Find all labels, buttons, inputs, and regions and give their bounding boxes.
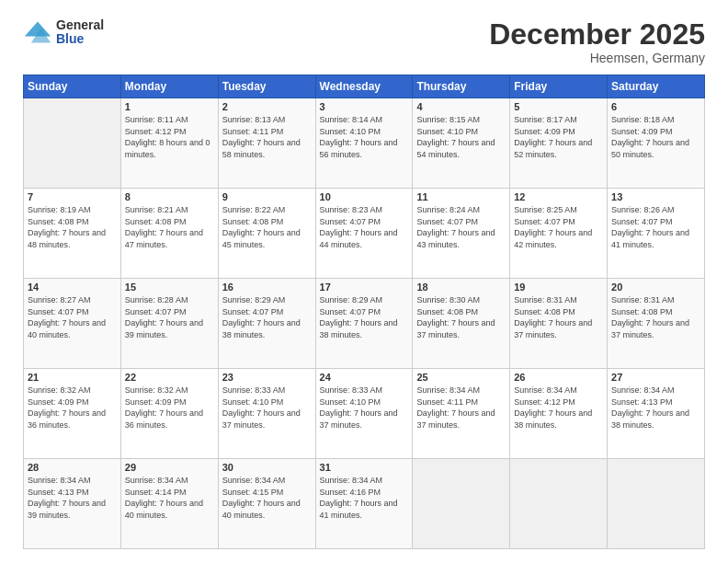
day-number: 23 bbox=[222, 372, 312, 383]
day-header-wednesday: Wednesday bbox=[315, 75, 413, 98]
day-number: 29 bbox=[125, 462, 214, 473]
calendar-cell: 31Sunrise: 8:34 AMSunset: 4:16 PMDayligh… bbox=[315, 459, 413, 549]
logo-general-text: General bbox=[56, 18, 104, 32]
cell-info: Sunrise: 8:27 AMSunset: 4:07 PMDaylight:… bbox=[28, 294, 117, 340]
calendar-cell bbox=[413, 459, 510, 549]
cell-info: Sunrise: 8:26 AMSunset: 4:07 PMDaylight:… bbox=[611, 204, 700, 250]
calendar-cell: 15Sunrise: 8:28 AMSunset: 4:07 PMDayligh… bbox=[120, 279, 218, 369]
calendar-cell: 10Sunrise: 8:23 AMSunset: 4:07 PMDayligh… bbox=[315, 189, 413, 279]
title-area: December 2025 Heemsen, Germany bbox=[489, 18, 705, 65]
day-number: 22 bbox=[125, 372, 214, 383]
cell-info: Sunrise: 8:34 AMSunset: 4:13 PMDaylight:… bbox=[28, 475, 117, 521]
cell-info: Sunrise: 8:34 AMSunset: 4:16 PMDaylight:… bbox=[320, 475, 409, 521]
page: General Blue December 2025 Heemsen, Germ… bbox=[0, 0, 728, 563]
day-number: 24 bbox=[320, 372, 409, 383]
logo-text: General Blue bbox=[56, 18, 104, 47]
cell-info: Sunrise: 8:30 AMSunset: 4:08 PMDaylight:… bbox=[416, 294, 506, 340]
calendar-cell: 7Sunrise: 8:19 AMSunset: 4:08 PMDaylight… bbox=[24, 189, 121, 279]
day-number: 5 bbox=[514, 101, 603, 112]
calendar-table: SundayMondayTuesdayWednesdayThursdayFrid… bbox=[23, 75, 705, 549]
cell-info: Sunrise: 8:29 AMSunset: 4:07 PMDaylight:… bbox=[222, 294, 312, 340]
day-number: 11 bbox=[416, 191, 506, 202]
week-row-3: 21Sunrise: 8:32 AMSunset: 4:09 PMDayligh… bbox=[24, 369, 705, 459]
calendar-cell: 25Sunrise: 8:34 AMSunset: 4:11 PMDayligh… bbox=[413, 369, 510, 459]
cell-info: Sunrise: 8:31 AMSunset: 4:08 PMDaylight:… bbox=[514, 294, 603, 340]
calendar-cell: 24Sunrise: 8:33 AMSunset: 4:10 PMDayligh… bbox=[315, 369, 413, 459]
cell-info: Sunrise: 8:32 AMSunset: 4:09 PMDaylight:… bbox=[125, 385, 214, 431]
logo-icon bbox=[23, 19, 52, 45]
calendar-cell: 27Sunrise: 8:34 AMSunset: 4:13 PMDayligh… bbox=[608, 369, 705, 459]
calendar-cell: 28Sunrise: 8:34 AMSunset: 4:13 PMDayligh… bbox=[24, 459, 121, 549]
logo: General Blue bbox=[23, 18, 104, 47]
cell-info: Sunrise: 8:31 AMSunset: 4:08 PMDaylight:… bbox=[611, 294, 700, 340]
cell-info: Sunrise: 8:34 AMSunset: 4:12 PMDaylight:… bbox=[514, 385, 603, 431]
calendar-cell: 11Sunrise: 8:24 AMSunset: 4:07 PMDayligh… bbox=[413, 189, 510, 279]
day-number: 8 bbox=[125, 191, 214, 202]
calendar-cell: 21Sunrise: 8:32 AMSunset: 4:09 PMDayligh… bbox=[24, 369, 121, 459]
day-header-tuesday: Tuesday bbox=[218, 75, 315, 98]
cell-info: Sunrise: 8:34 AMSunset: 4:15 PMDaylight:… bbox=[222, 475, 312, 521]
day-number: 26 bbox=[514, 372, 603, 383]
calendar-cell: 22Sunrise: 8:32 AMSunset: 4:09 PMDayligh… bbox=[120, 369, 218, 459]
day-number: 6 bbox=[611, 101, 700, 112]
calendar-cell: 3Sunrise: 8:14 AMSunset: 4:10 PMDaylight… bbox=[315, 98, 413, 189]
cell-info: Sunrise: 8:17 AMSunset: 4:09 PMDaylight:… bbox=[514, 114, 603, 160]
cell-info: Sunrise: 8:21 AMSunset: 4:08 PMDaylight:… bbox=[125, 204, 214, 250]
calendar-cell: 13Sunrise: 8:26 AMSunset: 4:07 PMDayligh… bbox=[608, 189, 705, 279]
day-number: 1 bbox=[125, 101, 214, 112]
calendar-cell: 12Sunrise: 8:25 AMSunset: 4:07 PMDayligh… bbox=[510, 189, 608, 279]
cell-info: Sunrise: 8:32 AMSunset: 4:09 PMDaylight:… bbox=[28, 385, 117, 431]
day-number: 17 bbox=[320, 282, 409, 293]
week-row-0: 1Sunrise: 8:11 AMSunset: 4:12 PMDaylight… bbox=[24, 98, 705, 189]
day-header-monday: Monday bbox=[120, 75, 218, 98]
day-number: 10 bbox=[320, 191, 409, 202]
day-number: 27 bbox=[611, 372, 700, 383]
day-number: 14 bbox=[28, 282, 117, 293]
cell-info: Sunrise: 8:22 AMSunset: 4:08 PMDaylight:… bbox=[222, 204, 312, 250]
week-row-4: 28Sunrise: 8:34 AMSunset: 4:13 PMDayligh… bbox=[24, 459, 705, 549]
day-number: 4 bbox=[416, 101, 506, 112]
cell-info: Sunrise: 8:34 AMSunset: 4:11 PMDaylight:… bbox=[416, 385, 506, 431]
calendar-cell: 19Sunrise: 8:31 AMSunset: 4:08 PMDayligh… bbox=[510, 279, 608, 369]
calendar-body: 1Sunrise: 8:11 AMSunset: 4:12 PMDaylight… bbox=[24, 98, 705, 549]
day-number: 19 bbox=[514, 282, 603, 293]
cell-info: Sunrise: 8:18 AMSunset: 4:09 PMDaylight:… bbox=[611, 114, 700, 160]
calendar-cell: 23Sunrise: 8:33 AMSunset: 4:10 PMDayligh… bbox=[218, 369, 315, 459]
location: Heemsen, Germany bbox=[489, 51, 705, 65]
day-number: 15 bbox=[125, 282, 214, 293]
month-title: December 2025 bbox=[489, 18, 705, 51]
cell-info: Sunrise: 8:14 AMSunset: 4:10 PMDaylight:… bbox=[320, 114, 409, 160]
day-number: 12 bbox=[514, 191, 603, 202]
header: General Blue December 2025 Heemsen, Germ… bbox=[23, 18, 705, 65]
cell-info: Sunrise: 8:25 AMSunset: 4:07 PMDaylight:… bbox=[514, 204, 603, 250]
day-number: 16 bbox=[222, 282, 312, 293]
calendar-cell: 18Sunrise: 8:30 AMSunset: 4:08 PMDayligh… bbox=[413, 279, 510, 369]
calendar-cell: 6Sunrise: 8:18 AMSunset: 4:09 PMDaylight… bbox=[608, 98, 705, 189]
day-header-saturday: Saturday bbox=[608, 75, 705, 98]
calendar-cell: 16Sunrise: 8:29 AMSunset: 4:07 PMDayligh… bbox=[218, 279, 315, 369]
day-header-thursday: Thursday bbox=[413, 75, 510, 98]
header-row: SundayMondayTuesdayWednesdayThursdayFrid… bbox=[24, 75, 705, 98]
calendar-cell: 8Sunrise: 8:21 AMSunset: 4:08 PMDaylight… bbox=[120, 189, 218, 279]
day-header-friday: Friday bbox=[510, 75, 608, 98]
day-number: 7 bbox=[28, 191, 117, 202]
calendar-cell: 26Sunrise: 8:34 AMSunset: 4:12 PMDayligh… bbox=[510, 369, 608, 459]
calendar-cell: 29Sunrise: 8:34 AMSunset: 4:14 PMDayligh… bbox=[120, 459, 218, 549]
cell-info: Sunrise: 8:24 AMSunset: 4:07 PMDaylight:… bbox=[416, 204, 506, 250]
week-row-2: 14Sunrise: 8:27 AMSunset: 4:07 PMDayligh… bbox=[24, 279, 705, 369]
cell-info: Sunrise: 8:19 AMSunset: 4:08 PMDaylight:… bbox=[28, 204, 117, 250]
cell-info: Sunrise: 8:33 AMSunset: 4:10 PMDaylight:… bbox=[320, 385, 409, 431]
cell-info: Sunrise: 8:28 AMSunset: 4:07 PMDaylight:… bbox=[125, 294, 214, 340]
cell-info: Sunrise: 8:23 AMSunset: 4:07 PMDaylight:… bbox=[320, 204, 409, 250]
day-number: 3 bbox=[320, 101, 409, 112]
calendar-cell: 9Sunrise: 8:22 AMSunset: 4:08 PMDaylight… bbox=[218, 189, 315, 279]
cell-info: Sunrise: 8:15 AMSunset: 4:10 PMDaylight:… bbox=[416, 114, 506, 160]
day-number: 9 bbox=[222, 191, 312, 202]
cell-info: Sunrise: 8:11 AMSunset: 4:12 PMDaylight:… bbox=[125, 114, 214, 160]
day-number: 2 bbox=[222, 101, 312, 112]
day-number: 18 bbox=[416, 282, 506, 293]
calendar-cell: 14Sunrise: 8:27 AMSunset: 4:07 PMDayligh… bbox=[24, 279, 121, 369]
calendar-cell: 4Sunrise: 8:15 AMSunset: 4:10 PMDaylight… bbox=[413, 98, 510, 189]
calendar-cell bbox=[608, 459, 705, 549]
cell-info: Sunrise: 8:33 AMSunset: 4:10 PMDaylight:… bbox=[222, 385, 312, 431]
